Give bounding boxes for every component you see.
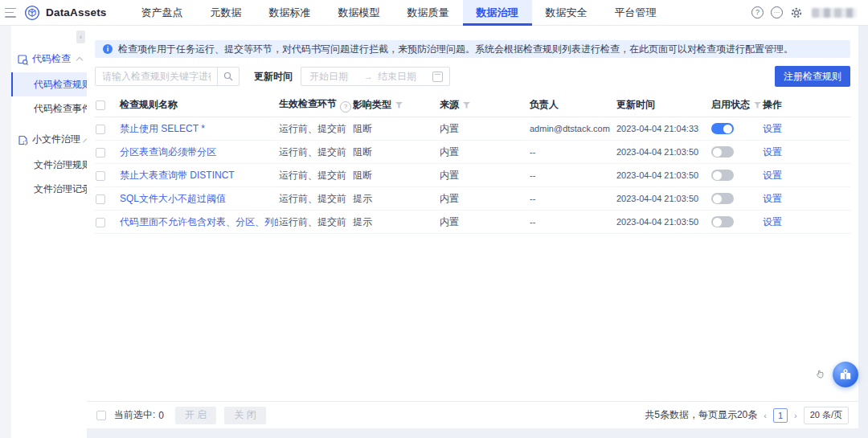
- sidebar: ‹ 代码检查代码检查规则代码检查事件小文件治理文件治理规则文件治理记录: [11, 26, 88, 438]
- rule-owner-cell: --: [529, 164, 616, 187]
- content-card: i 检查项作用于任务运行、提交等环节，对代码书写问题进行拦截，来预防治理问题。系…: [87, 26, 858, 428]
- rule-name-cell: SQL文件大小不超过阈值: [119, 187, 278, 211]
- brand-name: DataAssets: [46, 6, 107, 18]
- rule-impact-cell: 提示: [352, 187, 439, 211]
- enable-toggle[interactable]: [711, 123, 734, 134]
- filter-icon[interactable]: [754, 101, 761, 108]
- rule-status-cell: [710, 117, 762, 141]
- rule-source-cell: 内置: [439, 117, 529, 141]
- rule-name-cell: 禁止大表查询带 DISTINCT: [119, 164, 278, 187]
- nav-item-6[interactable]: 数据安全: [532, 0, 601, 25]
- next-page-icon[interactable]: ›: [794, 411, 797, 420]
- select-all-checkbox[interactable]: [96, 100, 105, 110]
- rule-name-link[interactable]: 分区表查询必须带分区: [120, 146, 216, 158]
- prev-page-icon[interactable]: ‹: [764, 411, 767, 420]
- rule-impact-cell: 阻断: [352, 141, 439, 164]
- enable-toggle[interactable]: [711, 170, 734, 181]
- table-row: 禁止大表查询带 DISTINCT运行前、提交前阻断内置--2023-04-04 …: [95, 164, 850, 187]
- enable-button[interactable]: 开 启: [175, 407, 216, 424]
- rule-source-cell: 内置: [439, 164, 529, 187]
- nav-item-7[interactable]: 平台管理: [601, 0, 670, 25]
- enable-toggle[interactable]: [711, 193, 734, 204]
- settings-gear-icon[interactable]: [790, 6, 803, 19]
- select-all-footer-checkbox[interactable]: [96, 411, 106, 420]
- toggle-knob: [723, 125, 732, 133]
- guide-float-button[interactable]: [833, 362, 858, 387]
- rule-owner-cell: --: [529, 187, 616, 211]
- primary-nav: 资产盘点元数据数据标准数据模型数据质量数据治理数据安全平台管理: [128, 0, 670, 25]
- calendar-icon[interactable]: [432, 72, 443, 82]
- rule-name-link[interactable]: 禁止使用 SELECT *: [120, 123, 205, 134]
- rule-stage-cell: 运行前、提交前: [278, 211, 352, 234]
- disable-button[interactable]: 关 闭: [224, 407, 265, 424]
- page-size-select[interactable]: 20 条/页: [804, 407, 849, 424]
- footer-bar: 当前选中: 0 开 启 关 闭 共5条数据，每页显示20条 ‹ 1 › 20 条…: [87, 401, 858, 428]
- sidebar-group-0[interactable]: 代码检查: [11, 45, 87, 72]
- start-date-input[interactable]: [308, 70, 361, 83]
- search-input[interactable]: [96, 68, 217, 85]
- rule-action-cell: 设置: [762, 211, 850, 234]
- column-header-0: 检查规则名称: [119, 93, 278, 117]
- row-checkbox[interactable]: [96, 148, 105, 158]
- question-circle-icon[interactable]: ?: [340, 101, 351, 113]
- rule-stage-cell: 运行前、提交前: [278, 117, 352, 141]
- table-row: 分区表查询必须带分区运行前、提交前阻断内置--2023-04-04 21:03:…: [95, 141, 850, 164]
- rule-impact-cell: 阻断: [352, 117, 439, 141]
- toggle-knob: [713, 148, 722, 157]
- rule-impact-cell: 阻断: [352, 164, 439, 187]
- app-window: { "colors": { "accent": "#2f54eb", "prim…: [0, 0, 868, 438]
- row-checkbox[interactable]: [96, 125, 105, 134]
- row-checkbox[interactable]: [96, 171, 105, 181]
- rule-updated-cell: 2023-04-04 21:03:50: [616, 141, 710, 164]
- rule-stage-cell: 运行前、提交前: [278, 187, 352, 211]
- rule-action-cell: 设置: [762, 187, 850, 211]
- rule-stage-cell: 运行前、提交前: [278, 164, 352, 187]
- rule-owner-cell: --: [529, 211, 616, 234]
- sidebar-item-1-1[interactable]: 文件治理记录: [11, 177, 87, 201]
- nav-item-1[interactable]: 元数据: [197, 0, 256, 25]
- current-page[interactable]: 1: [773, 408, 788, 423]
- nav-item-3[interactable]: 数据模型: [325, 0, 394, 25]
- end-date-input[interactable]: [376, 70, 429, 83]
- rule-name-link[interactable]: SQL文件大小不超过阈值: [120, 193, 226, 204]
- enable-toggle[interactable]: [711, 146, 734, 158]
- rule-updated-cell: 2023-04-04 21:04:33: [616, 117, 710, 141]
- nav-item-5[interactable]: 数据治理: [463, 0, 532, 25]
- rule-name-link[interactable]: 代码里面不允许包含对表、分区、列的DDL 语句，除了新...: [120, 216, 278, 227]
- nav-item-0[interactable]: 资产盘点: [128, 0, 197, 25]
- filter-icon[interactable]: [395, 101, 403, 108]
- rule-status-cell: [710, 211, 762, 234]
- enable-toggle[interactable]: [711, 216, 734, 227]
- user-avatar-blurred[interactable]: [812, 8, 857, 18]
- message-icon[interactable]: ···: [771, 6, 783, 18]
- sidebar-group-label: 小文件治理: [32, 133, 80, 146]
- hamburger-menu-icon[interactable]: [5, 8, 16, 18]
- filter-icon[interactable]: [463, 101, 470, 108]
- column-header-label: 生效检查环节: [279, 98, 337, 109]
- sidebar-item-0-1[interactable]: 代码检查事件: [11, 96, 87, 121]
- help-icon[interactable]: ?: [751, 6, 764, 18]
- row-checkbox[interactable]: [96, 218, 105, 227]
- nav-item-4[interactable]: 数据质量: [394, 0, 463, 25]
- settings-link[interactable]: 设置: [763, 123, 782, 134]
- column-header-label: 启用状态: [711, 99, 750, 110]
- sidebar-collapse-icon[interactable]: ‹: [76, 31, 85, 43]
- settings-link[interactable]: 设置: [763, 146, 782, 158]
- rule-status-cell: [710, 164, 762, 187]
- settings-link[interactable]: 设置: [763, 216, 782, 227]
- rule-name-cell: 禁止使用 SELECT *: [119, 117, 278, 141]
- sidebar-group-1[interactable]: 小文件治理: [11, 125, 87, 153]
- nav-item-2[interactable]: 数据标准: [256, 0, 325, 25]
- settings-link[interactable]: 设置: [763, 193, 782, 204]
- sidebar-item-0-0[interactable]: 代码检查规则: [11, 72, 87, 96]
- sidebar-item-1-0[interactable]: 文件治理规则: [11, 153, 87, 177]
- rule-name-link[interactable]: 禁止大表查询带 DISTINCT: [120, 170, 235, 181]
- settings-link[interactable]: 设置: [763, 170, 782, 181]
- search-icon[interactable]: [217, 68, 239, 85]
- selected-label: 当前选中:: [114, 408, 155, 422]
- search-box: [95, 67, 240, 86]
- row-checkbox[interactable]: [96, 194, 105, 204]
- rule-status-cell: [710, 187, 762, 211]
- file-governance-icon: [18, 134, 28, 145]
- register-rule-button[interactable]: 注册检查规则: [775, 66, 850, 87]
